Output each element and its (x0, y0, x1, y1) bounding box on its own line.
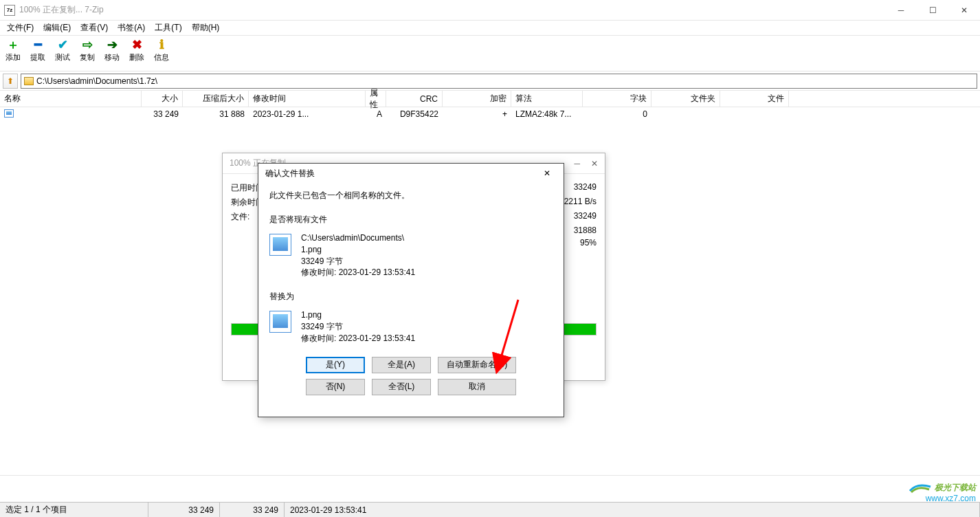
menu-edit[interactable]: 编辑(E) (39, 21, 75, 35)
folder-up-icon: ⬆ (7, 76, 14, 86)
status-selection: 选定 1 / 1 个项目 (0, 503, 148, 517)
value-speed: 2211 B/s (564, 197, 597, 208)
confirm-question: 是否将现有文件 (269, 214, 553, 226)
cell-crc: D9F35422 (386, 108, 443, 120)
address-input[interactable]: C:\Users\admin\Documents\1.7z\ (21, 74, 977, 89)
address-text: C:\Users\admin\Documents\1.7z\ (36, 76, 157, 86)
close-button[interactable]: ✕ (948, 0, 980, 21)
confirm-close-button[interactable]: ✕ (537, 166, 557, 181)
watermark-swoosh-icon (909, 481, 932, 494)
image-file-icon (269, 234, 291, 256)
toolbar-test[interactable]: ✔测试 (54, 38, 71, 63)
progress-close-button[interactable]: ✕ (591, 159, 598, 168)
cell-encrypted: + (443, 108, 511, 120)
incoming-size: 33249 字节 (301, 321, 415, 333)
image-file-icon (269, 311, 291, 333)
plus-icon: ＋ (6, 38, 20, 51)
replace-label: 替换为 (269, 291, 553, 302)
image-file-icon (4, 109, 14, 118)
col-folders[interactable]: 文件夹 (652, 91, 720, 107)
existing-name: 1.png (301, 244, 415, 256)
toolbar-delete[interactable]: ✖删除 (128, 38, 146, 63)
check-icon: ✔ (56, 38, 69, 51)
no-all-button[interactable]: 全否(L) (372, 379, 431, 395)
col-size[interactable]: 大小 (142, 91, 183, 107)
arrow-right-icon: ⇨ (80, 38, 94, 51)
menu-tools[interactable]: 工具(T) (151, 21, 186, 35)
minimize-button[interactable]: ─ (885, 0, 917, 21)
confirm-message: 此文件夹已包含一个相同名称的文件。 (269, 190, 553, 201)
status-size1: 33 249 (148, 503, 220, 517)
arrow-icon: ➔ (105, 38, 119, 51)
up-button[interactable]: ⬆ (3, 74, 18, 89)
menu-help[interactable]: 帮助(H) (188, 21, 224, 35)
menu-bookmarks[interactable]: 书签(A) (113, 21, 149, 35)
cell-attr: A (366, 108, 386, 120)
value-packed: 31888 (574, 226, 597, 235)
existing-modified: 修改时间: 2023-01-29 13:53:41 (301, 267, 415, 278)
menu-file[interactable]: 文件(F) (3, 21, 38, 35)
toolbar: ＋添加 ━提取 ✔测试 ⇨复制 ➔移动 ✖删除 ℹ信息 (0, 36, 980, 72)
value-total1: 33249 (574, 182, 597, 194)
progress-minimize-button[interactable]: ─ (574, 159, 580, 168)
column-headers: 名称 大小 压缩后大小 修改时间 属性 CRC 加密 算法 字块 文件夹 文件 (0, 91, 980, 107)
yes-all-button[interactable]: 全是(A) (372, 357, 431, 373)
existing-size: 33249 字节 (301, 256, 415, 267)
col-crc[interactable]: CRC (386, 91, 443, 107)
status-bar: 选定 1 / 1 个项目 33 249 33 249 2023-01-29 13… (0, 502, 980, 517)
incoming-file-block: 1.png 33249 字节 修改时间: 2023-01-29 13:53:41 (269, 309, 553, 344)
cell-block: 0 (583, 108, 652, 120)
col-algo[interactable]: 算法 (511, 91, 583, 107)
col-modified[interactable]: 修改时间 (249, 91, 366, 107)
address-bar: ⬆ C:\Users\admin\Documents\1.7z\ (0, 72, 980, 91)
toolbar-copy[interactable]: ⇨复制 (78, 38, 96, 63)
watermark: 极光下载站 www.xz7.com (909, 481, 976, 503)
info-icon: ℹ (155, 38, 168, 51)
incoming-modified: 修改时间: 2023-01-29 13:53:41 (301, 333, 415, 344)
minus-icon: ━ (31, 38, 45, 51)
toolbar-info[interactable]: ℹ信息 (153, 38, 170, 63)
menu-view[interactable]: 查看(V) (76, 21, 112, 35)
value-total2: 33249 (574, 211, 597, 223)
window-title: 100% 正在复制... 7-Zip (19, 4, 104, 16)
status-time: 2023-01-29 13:53:41 (285, 503, 980, 517)
title-bar: 7z 100% 正在复制... 7-Zip ─ ☐ ✕ (0, 0, 980, 21)
col-attr[interactable]: 属性 (366, 91, 386, 107)
yes-button[interactable]: 是(Y) (306, 357, 365, 373)
col-files[interactable]: 文件 (720, 91, 789, 107)
menu-bar: 文件(F) 编辑(E) 查看(V) 书签(A) 工具(T) 帮助(H) (0, 21, 980, 36)
col-packed[interactable]: 压缩后大小 (183, 91, 249, 107)
col-block[interactable]: 字块 (583, 91, 652, 107)
watermark-text: 极光下载站 (935, 482, 976, 494)
no-button[interactable]: 否(N) (306, 379, 365, 395)
existing-file-block: C:\Users\admin\Documents\ 1.png 33249 字节… (269, 232, 553, 278)
toolbar-add[interactable]: ＋添加 (4, 38, 22, 63)
table-row[interactable]: 33 249 31 888 2023-01-29 1... A D9F35422… (0, 107, 980, 121)
maximize-button[interactable]: ☐ (917, 0, 948, 21)
label-files: 文件: (231, 211, 249, 223)
toolbar-extract[interactable]: ━提取 (29, 38, 47, 63)
cell-algo: LZMA2:48k 7... (511, 108, 583, 120)
value-percent: 95% (580, 238, 597, 248)
col-encrypted[interactable]: 加密 (443, 91, 511, 107)
cell-folders (652, 113, 720, 116)
cell-size: 33 249 (142, 108, 183, 120)
cancel-button[interactable]: 取消 (438, 379, 516, 395)
confirm-dialog-title: 确认文件替换 (265, 168, 315, 179)
existing-path: C:\Users\admin\Documents\ (301, 232, 415, 244)
x-icon: ✖ (130, 38, 144, 51)
app-icon: 7z (4, 5, 15, 16)
col-name[interactable]: 名称 (0, 91, 142, 107)
cell-files (720, 113, 789, 116)
watermark-url: www.xz7.com (909, 494, 976, 503)
cell-packed: 31 888 (183, 108, 249, 120)
incoming-name: 1.png (301, 309, 415, 321)
status-size2: 33 249 (220, 503, 285, 517)
cell-modified: 2023-01-29 1... (249, 108, 366, 120)
toolbar-move[interactable]: ➔移动 (103, 38, 121, 63)
folder-icon (24, 77, 34, 85)
confirm-dialog: 确认文件替换 ✕ 此文件夹已包含一个相同名称的文件。 是否将现有文件 C:\Us… (258, 163, 564, 417)
auto-rename-button[interactable]: 自动重新命名(U) (438, 357, 516, 373)
